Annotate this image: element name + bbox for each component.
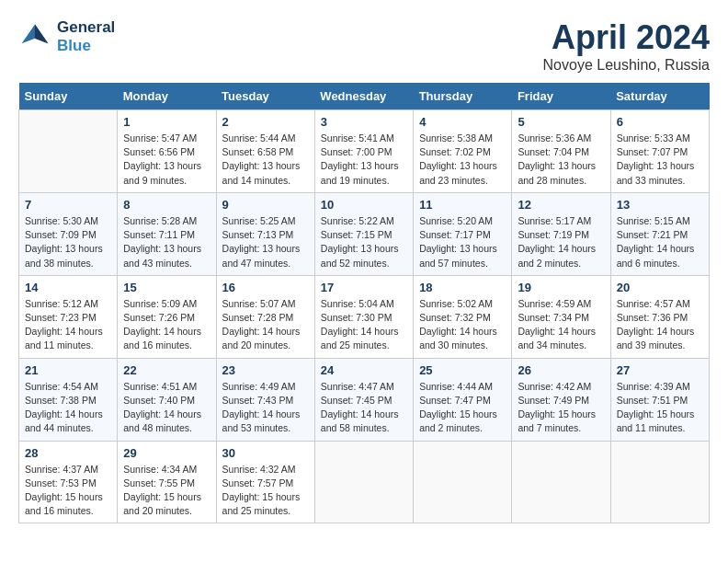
month-title: April 2024 — [543, 18, 710, 57]
day-number: 16 — [222, 281, 309, 294]
calendar-body: 1Sunrise: 5:47 AM Sunset: 6:56 PM Daylig… — [19, 110, 710, 523]
day-number: 7 — [25, 198, 111, 212]
calendar-day-cell: 23Sunrise: 4:49 AM Sunset: 7:43 PM Dayli… — [216, 358, 314, 441]
day-info: Sunrise: 4:47 AM Sunset: 7:45 PM Dayligh… — [321, 380, 407, 436]
calendar-day-cell: 29Sunrise: 4:34 AM Sunset: 7:55 PM Dayli… — [118, 441, 216, 523]
weekday-header-cell: Thursday — [414, 83, 512, 110]
logo-icon — [18, 20, 51, 53]
calendar-day-cell: 11Sunrise: 5:20 AM Sunset: 7:17 PM Dayli… — [414, 192, 512, 275]
day-number: 30 — [222, 446, 309, 460]
title-section: April 2024 Novoye Leushino, Russia — [543, 18, 710, 74]
day-info: Sunrise: 5:04 AM Sunset: 7:30 PM Dayligh… — [321, 297, 407, 353]
calendar-table: SundayMondayTuesdayWednesdayThursdayFrid… — [18, 83, 710, 523]
calendar-day-cell: 9Sunrise: 5:25 AM Sunset: 7:13 PM Daylig… — [216, 192, 314, 275]
logo: General Blue — [18, 18, 115, 55]
calendar-day-cell: 24Sunrise: 4:47 AM Sunset: 7:45 PM Dayli… — [314, 358, 413, 441]
day-info: Sunrise: 5:36 AM Sunset: 7:04 PM Dayligh… — [518, 132, 604, 188]
day-number: 9 — [222, 198, 309, 212]
day-info: Sunrise: 5:38 AM Sunset: 7:02 PM Dayligh… — [419, 132, 506, 188]
calendar-day-cell — [414, 441, 512, 523]
calendar-day-cell: 1Sunrise: 5:47 AM Sunset: 6:56 PM Daylig… — [118, 110, 216, 193]
calendar-day-cell: 5Sunrise: 5:36 AM Sunset: 7:04 PM Daylig… — [512, 110, 610, 193]
calendar-day-cell: 13Sunrise: 5:15 AM Sunset: 7:21 PM Dayli… — [610, 192, 709, 275]
calendar-day-cell: 27Sunrise: 4:39 AM Sunset: 7:51 PM Dayli… — [610, 358, 709, 441]
day-info: Sunrise: 4:34 AM Sunset: 7:55 PM Dayligh… — [123, 463, 210, 519]
weekday-header-row: SundayMondayTuesdayWednesdayThursdayFrid… — [19, 83, 710, 110]
weekday-header-cell: Wednesday — [314, 83, 413, 110]
day-number: 23 — [222, 363, 309, 377]
day-info: Sunrise: 5:12 AM Sunset: 7:23 PM Dayligh… — [25, 297, 111, 353]
calendar-week-row: 14Sunrise: 5:12 AM Sunset: 7:23 PM Dayli… — [19, 275, 710, 358]
day-info: Sunrise: 4:59 AM Sunset: 7:34 PM Dayligh… — [518, 297, 604, 353]
calendar-day-cell — [512, 441, 610, 523]
day-number: 22 — [123, 363, 210, 377]
day-info: Sunrise: 5:15 AM Sunset: 7:21 PM Dayligh… — [617, 214, 703, 270]
calendar-day-cell: 21Sunrise: 4:54 AM Sunset: 7:38 PM Dayli… — [19, 358, 118, 441]
day-number: 28 — [25, 446, 111, 460]
day-info: Sunrise: 4:57 AM Sunset: 7:36 PM Dayligh… — [617, 297, 703, 353]
calendar-header: SundayMondayTuesdayWednesdayThursdayFrid… — [19, 83, 710, 110]
day-number: 29 — [123, 446, 210, 460]
day-number: 1 — [123, 115, 210, 129]
calendar-day-cell: 15Sunrise: 5:09 AM Sunset: 7:26 PM Dayli… — [118, 275, 216, 358]
location-title: Novoye Leushino, Russia — [543, 57, 710, 74]
calendar-day-cell: 26Sunrise: 4:42 AM Sunset: 7:49 PM Dayli… — [512, 358, 610, 441]
calendar-day-cell: 8Sunrise: 5:28 AM Sunset: 7:11 PM Daylig… — [118, 192, 216, 275]
calendar-day-cell: 30Sunrise: 4:32 AM Sunset: 7:57 PM Dayli… — [216, 441, 314, 523]
day-info: Sunrise: 4:44 AM Sunset: 7:47 PM Dayligh… — [419, 380, 506, 436]
day-info: Sunrise: 5:41 AM Sunset: 7:00 PM Dayligh… — [321, 132, 407, 188]
calendar-week-row: 21Sunrise: 4:54 AM Sunset: 7:38 PM Dayli… — [19, 358, 710, 441]
calendar-day-cell — [314, 441, 413, 523]
day-info: Sunrise: 5:33 AM Sunset: 7:07 PM Dayligh… — [617, 132, 703, 188]
day-info: Sunrise: 5:28 AM Sunset: 7:11 PM Dayligh… — [123, 214, 210, 270]
calendar-day-cell: 10Sunrise: 5:22 AM Sunset: 7:15 PM Dayli… — [314, 192, 413, 275]
day-number: 12 — [518, 198, 604, 212]
header: General Blue April 2024 Novoye Leushino,… — [18, 18, 710, 74]
day-info: Sunrise: 5:30 AM Sunset: 7:09 PM Dayligh… — [25, 214, 111, 270]
day-number: 27 — [617, 363, 703, 377]
day-number: 26 — [518, 363, 604, 377]
day-info: Sunrise: 5:02 AM Sunset: 7:32 PM Dayligh… — [419, 297, 506, 353]
calendar-day-cell: 22Sunrise: 4:51 AM Sunset: 7:40 PM Dayli… — [118, 358, 216, 441]
calendar-week-row: 1Sunrise: 5:47 AM Sunset: 6:56 PM Daylig… — [19, 110, 710, 193]
day-number: 21 — [25, 363, 111, 377]
calendar-day-cell: 7Sunrise: 5:30 AM Sunset: 7:09 PM Daylig… — [19, 192, 118, 275]
day-number: 3 — [321, 115, 407, 129]
day-info: Sunrise: 5:44 AM Sunset: 6:58 PM Dayligh… — [222, 132, 309, 188]
calendar-day-cell: 19Sunrise: 4:59 AM Sunset: 7:34 PM Dayli… — [512, 275, 610, 358]
logo-text: General Blue — [57, 18, 115, 55]
day-number: 24 — [321, 363, 407, 377]
calendar-day-cell — [19, 110, 118, 193]
day-info: Sunrise: 4:54 AM Sunset: 7:38 PM Dayligh… — [25, 380, 111, 436]
calendar-week-row: 7Sunrise: 5:30 AM Sunset: 7:09 PM Daylig… — [19, 192, 710, 275]
weekday-header-cell: Sunday — [19, 83, 118, 110]
calendar-day-cell: 18Sunrise: 5:02 AM Sunset: 7:32 PM Dayli… — [414, 275, 512, 358]
day-number: 14 — [25, 281, 111, 294]
svg-marker-1 — [35, 25, 48, 44]
calendar-week-row: 28Sunrise: 4:37 AM Sunset: 7:53 PM Dayli… — [19, 441, 710, 523]
day-number: 20 — [617, 281, 703, 294]
calendar-day-cell: 4Sunrise: 5:38 AM Sunset: 7:02 PM Daylig… — [414, 110, 512, 193]
day-number: 18 — [419, 281, 506, 294]
day-number: 6 — [617, 115, 703, 129]
calendar-day-cell: 20Sunrise: 4:57 AM Sunset: 7:36 PM Dayli… — [610, 275, 709, 358]
weekday-header-cell: Tuesday — [216, 83, 314, 110]
day-info: Sunrise: 4:51 AM Sunset: 7:40 PM Dayligh… — [123, 380, 210, 436]
day-info: Sunrise: 4:32 AM Sunset: 7:57 PM Dayligh… — [222, 463, 309, 519]
day-number: 17 — [321, 281, 407, 294]
calendar-day-cell: 12Sunrise: 5:17 AM Sunset: 7:19 PM Dayli… — [512, 192, 610, 275]
day-number: 4 — [419, 115, 506, 129]
day-info: Sunrise: 4:49 AM Sunset: 7:43 PM Dayligh… — [222, 380, 309, 436]
day-number: 5 — [518, 115, 604, 129]
calendar-day-cell — [610, 441, 709, 523]
day-info: Sunrise: 5:09 AM Sunset: 7:26 PM Dayligh… — [123, 297, 210, 353]
day-number: 2 — [222, 115, 309, 129]
day-info: Sunrise: 4:39 AM Sunset: 7:51 PM Dayligh… — [617, 380, 703, 436]
day-number: 10 — [321, 198, 407, 212]
weekday-header-cell: Friday — [512, 83, 610, 110]
day-number: 19 — [518, 281, 604, 294]
weekday-header-cell: Saturday — [610, 83, 709, 110]
day-info: Sunrise: 4:37 AM Sunset: 7:53 PM Dayligh… — [25, 463, 111, 519]
weekday-header-cell: Monday — [118, 83, 216, 110]
day-number: 25 — [419, 363, 506, 377]
